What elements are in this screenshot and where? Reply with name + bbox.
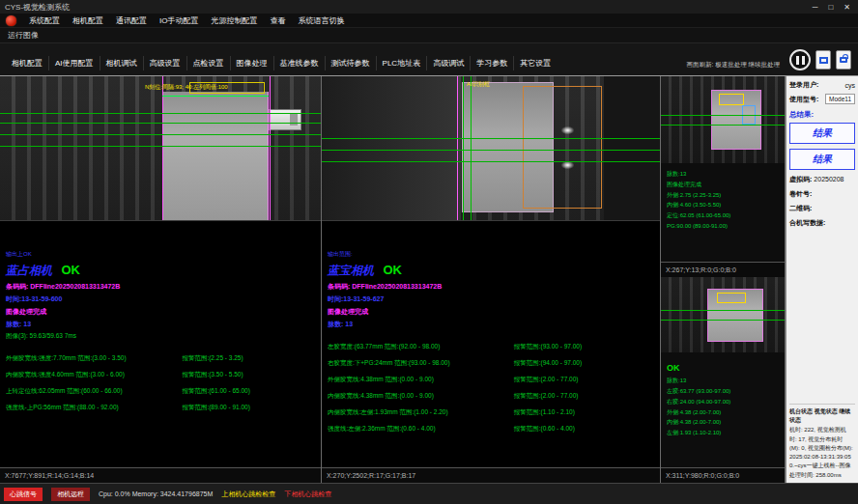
toolbar-controls bbox=[786, 46, 858, 75]
preview-result-text: 脉数:13 图像处理完成 外侧:2.75 (2.25-3.25) 内侧:4.60… bbox=[667, 169, 730, 232]
measurement-rows: 外侧胶宽线:强度:7.70mm 范围:(3.00 - 3.50)报警范围:(2.… bbox=[6, 354, 315, 412]
magenta-line-overlay bbox=[457, 76, 458, 220]
measurement-row: 左胶宽度:(63.77mm 范围:(92.00 - 98.00)报警范围:(93… bbox=[328, 343, 654, 351]
measurement-row: 强度线-上PG:56mm 范围:(88.00 - 92.00)报警范围:(89.… bbox=[6, 404, 315, 412]
pause-button[interactable] bbox=[789, 49, 811, 70]
login-user-row: 登录用户: cys bbox=[789, 80, 855, 90]
green-line-overlay bbox=[0, 113, 321, 114]
measurement-row: 内侧胶宽线:强度4.60mm 范围:(3.00 - 6.00)报警范围:(3.5… bbox=[6, 371, 315, 379]
pixel-coord-bar-preview-top: X:267;Y:13;R:0;G:0;B:0 bbox=[661, 262, 785, 277]
preview-line: 脉数:13 bbox=[667, 376, 730, 386]
green-line-overlay bbox=[0, 134, 321, 135]
menu-item-language-switch[interactable]: 系统语言切换 bbox=[298, 15, 344, 26]
green-line-overlay bbox=[162, 96, 269, 97]
camera-remote-badge[interactable]: 相机远程 bbox=[51, 488, 90, 501]
green-line-overlay bbox=[322, 150, 660, 151]
tab-plc-address[interactable]: PLC地址表 bbox=[377, 56, 428, 70]
sub-measure-line: 图像(3): 59.63/59.63 7ms bbox=[6, 332, 315, 341]
tab-advanced-settings[interactable]: 高级设置 bbox=[144, 56, 187, 70]
status-footer-line: 机时: 222, 视觉检测机 bbox=[789, 426, 855, 434]
lock-button[interactable] bbox=[836, 50, 851, 70]
menu-item-view[interactable]: 查看 bbox=[270, 15, 285, 26]
preview-camera-bottom[interactable]: OK 脉数:13 左胶:63.77 (93.00-97.00) 右胶:24.00… bbox=[661, 277, 785, 467]
close-button[interactable]: ✕ bbox=[844, 3, 850, 12]
toolbar: 相机配置 AI使用配置 相机调试 高级设置 点检设置 图像处理 基准线参数 测试… bbox=[0, 43, 858, 75]
preview-line: 外侧:2.75 (2.25-3.25) bbox=[667, 190, 730, 201]
tab-baseline-params[interactable]: 基准线参数 bbox=[274, 56, 326, 70]
pause-icon bbox=[796, 56, 799, 65]
measure-value: 右胶宽度:下+PG:24mm 范围:(93.00 - 98.00) bbox=[328, 359, 514, 368]
measurement-rows: 左胶宽度:(63.77mm 范围:(92.00 - 98.00)报警范围:(93… bbox=[328, 343, 654, 434]
green-line-overlay bbox=[0, 123, 321, 124]
alarm-range: 报警范围:(61.00 - 65.00) bbox=[182, 387, 249, 396]
qr-code-field: 二维码: bbox=[789, 204, 855, 213]
roi-box-overlay bbox=[717, 293, 746, 303]
minimize-button[interactable]: ─ bbox=[813, 3, 818, 12]
tab-camera-config[interactable]: 相机配置 bbox=[6, 56, 49, 70]
preview-line: 内侧:4.38 (2.00-7.00) bbox=[667, 417, 730, 428]
snapshot-button[interactable] bbox=[815, 50, 831, 70]
time-text: 时间:13-31-59-600 bbox=[6, 294, 315, 304]
preview-camera-top[interactable]: 脉数:13 图像处理完成 外侧:2.75 (2.25-3.25) 内侧:4.60… bbox=[661, 76, 785, 262]
model-row: 使用型号: Mode11 bbox=[789, 94, 855, 104]
alarm-range: 报警范围:(3.50 - 5.50) bbox=[182, 371, 243, 379]
results-mid: 输出范围: 蓝宝相机 OK 条码码: DFFIine20250208133134… bbox=[322, 221, 660, 467]
total-result-label: 总结果: bbox=[789, 110, 855, 120]
measurement-row: 上转定位线:62.05mm 范围:(60.00 - 66.00)报警范围:(61… bbox=[6, 387, 315, 396]
run-image-tab[interactable]: 运行图像 bbox=[0, 28, 858, 43]
tab-other-settings[interactable]: 其它设置 bbox=[514, 56, 557, 70]
green-line-overlay bbox=[322, 161, 660, 162]
ai-detect-box-overlay bbox=[523, 86, 602, 209]
preview-result-text: OK 脉数:13 左胶:63.77 (93.00-97.00) 右胶:24.00… bbox=[667, 360, 730, 438]
menu-item-camera-config[interactable]: 相机配置 bbox=[72, 15, 103, 26]
tab-test-params[interactable]: 测试待参数 bbox=[326, 56, 377, 70]
pixel-coord-bar-left: X:7677;Y:891;R:14;G:14;B:14 bbox=[0, 467, 321, 483]
tab-image-processing[interactable]: 图像处理 bbox=[231, 56, 274, 70]
toolbar-note: 画面刷新: 极速批处理 继续批处理 bbox=[687, 61, 786, 75]
preview-line: 定位:62.05 (61.00-65.00) bbox=[667, 210, 730, 221]
camera-image-left[interactable]: N刻位:间隔:93; 40:左列间值:100 bbox=[0, 76, 321, 221]
status-footer-line: 0.~cys一键上线检--图像 bbox=[789, 462, 855, 470]
model-label: 使用型号: bbox=[789, 95, 818, 104]
barcode-text: 条码码: DFFIine2025020813313472B bbox=[6, 282, 315, 292]
app-logo-icon bbox=[6, 15, 16, 26]
heartbeat-badge[interactable]: 心跳信号 bbox=[4, 488, 43, 501]
alarm-range: 报警范围:(93.00 - 97.00) bbox=[514, 343, 582, 351]
menu-item-light-control-config[interactable]: 光源控制配置 bbox=[211, 15, 257, 26]
tab-advanced-debug[interactable]: 高级调试 bbox=[427, 56, 471, 70]
output-status-small: 输出范围: bbox=[328, 250, 654, 259]
tab-spot-check[interactable]: 点检设置 bbox=[187, 56, 231, 70]
status-bar: 心跳信号 相机远程 Cpu: 0.0% Memory: 3424.4179687… bbox=[0, 483, 858, 504]
machinery-region bbox=[322, 76, 457, 220]
preview-line: 图像处理完成 bbox=[667, 180, 730, 190]
model-select[interactable]: Mode11 bbox=[825, 94, 855, 104]
tab-learning-params[interactable]: 学习参数 bbox=[471, 56, 514, 70]
menu-bar: 系统配置 相机配置 通讯配置 IO手动配置 光源控制配置 查看 系统语言切换 bbox=[0, 14, 858, 28]
inspected-part bbox=[162, 92, 269, 220]
alarm-range: 报警范围:(2.00 - 77.00) bbox=[514, 392, 579, 401]
info-panel: 登录用户: cys 使用型号: Mode11 总结果: 结果 结果 虚拟码:20… bbox=[786, 76, 858, 483]
window-controls: ─ □ ✕ bbox=[813, 3, 853, 12]
maximize-button[interactable]: □ bbox=[828, 3, 833, 12]
qr-code-label: 二维码: bbox=[789, 205, 812, 211]
green-line-overlay bbox=[471, 76, 472, 220]
menu-item-comm-config[interactable]: 通讯配置 bbox=[116, 15, 147, 26]
machine-write-label: 合机写数据: bbox=[789, 219, 825, 226]
measure-value: 强度线:左侧:2.36mm 范围:(0.60 - 4.00) bbox=[328, 425, 514, 434]
time-text: 时间:13-31-59-627 bbox=[328, 294, 654, 304]
tab-ai-config[interactable]: AI使用配置 bbox=[49, 56, 100, 70]
measure-value: 强度线-上PG:56mm 范围:(88.00 - 92.00) bbox=[6, 404, 182, 412]
machine-status-footer: 机台状态 视觉状态 继续状态 机时: 222, 视觉检测机 时: 17, 视觉分… bbox=[789, 404, 855, 480]
green-line-overlay bbox=[661, 115, 785, 116]
measure-value: 外侧胶宽线:4.38mm 范围:(0.00 - 9.00) bbox=[328, 376, 514, 384]
status-footer-line: 处理时间: 258.00ms bbox=[789, 471, 855, 480]
tab-camera-debug[interactable]: 相机调试 bbox=[100, 56, 144, 70]
menu-item-system-config[interactable]: 系统配置 bbox=[29, 15, 60, 26]
alarm-range: 报警范围:(0.60 - 4.00) bbox=[514, 425, 575, 434]
menu-item-io-manual-config[interactable]: IO手动配置 bbox=[159, 15, 198, 26]
camera-icon bbox=[819, 57, 828, 64]
camera-panel-left: N刻位:间隔:93; 40:左列间值:100 输出上OK 蓝占相机 OK 条码码… bbox=[0, 76, 322, 483]
camera-image-mid[interactable]: AI识别框 bbox=[322, 76, 660, 221]
magenta-line-overlay bbox=[162, 76, 163, 220]
green-line-overlay bbox=[661, 125, 785, 126]
